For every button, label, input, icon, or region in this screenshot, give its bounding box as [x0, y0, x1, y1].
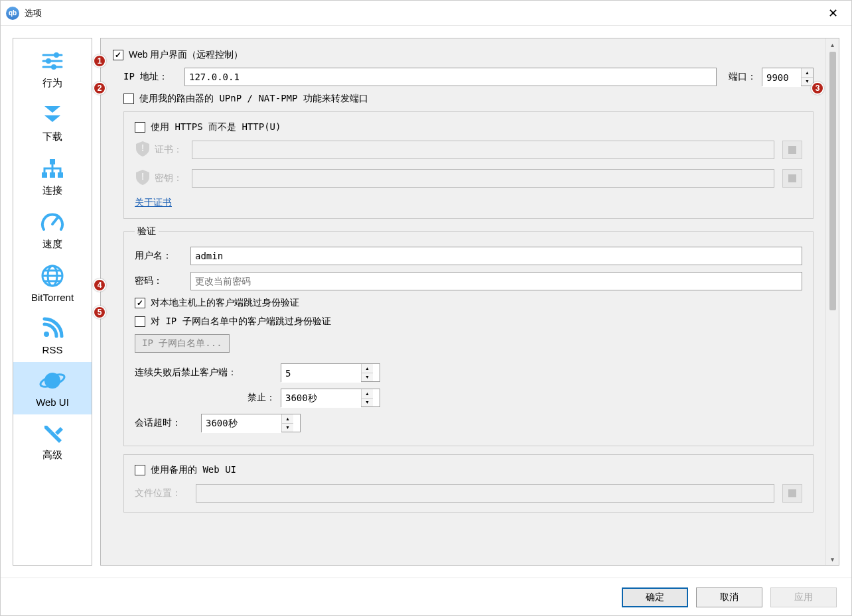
spin-down-icon[interactable]: ▼	[362, 399, 373, 407]
svg-rect-22	[788, 174, 796, 182]
sidebar-behavior[interactable]: 行为	[13, 42, 92, 96]
port-label: 端口：	[729, 71, 756, 83]
close-icon[interactable]: ✕	[820, 6, 846, 21]
sidebar-download[interactable]: 下载	[13, 96, 92, 150]
webui-enable-checkbox[interactable]	[113, 50, 123, 60]
sidebar-advanced[interactable]: 高级	[13, 414, 92, 468]
network-icon	[39, 155, 66, 182]
spin-down-icon[interactable]: ▼	[282, 424, 293, 432]
upnp-checkbox[interactable]	[123, 93, 134, 104]
subnet-whitelist-button: IP 子网白名单...	[135, 334, 230, 353]
webui-enable-label: Web 用户界面（远程控制）	[129, 49, 243, 61]
sidebar-label: 下载	[42, 131, 62, 143]
sidebar-label: 连接	[42, 184, 62, 197]
svg-point-16	[44, 332, 49, 337]
port-spinner[interactable]: ▲▼	[762, 68, 814, 86]
svg-line-10	[52, 217, 58, 224]
annotation-marker-2: 2	[93, 82, 106, 95]
svg-point-5	[51, 64, 56, 70]
titlebar: qb 选项 ✕	[1, 1, 851, 26]
download-icon	[40, 101, 64, 128]
scrollbar[interactable]: ▴ ▾	[825, 38, 839, 565]
gauge-icon	[40, 209, 65, 235]
svg-text:!: !	[141, 143, 145, 153]
about-cert-link[interactable]: 关于证书	[135, 197, 172, 208]
alt-path-input	[196, 484, 774, 503]
sidebar-webui[interactable]: Web UI	[13, 362, 92, 414]
browse-key-button	[782, 169, 802, 188]
app-icon: qb	[6, 7, 19, 20]
sidebar-label: RSS	[42, 344, 63, 355]
password-label: 密码：	[135, 275, 190, 287]
key-input	[192, 169, 774, 188]
sidebar-label: BitTorrent	[31, 292, 74, 303]
https-checkbox[interactable]	[135, 122, 145, 133]
svg-rect-7	[42, 172, 47, 178]
ban-after-spinner[interactable]: ▲▼	[281, 363, 380, 382]
username-label: 用户名：	[135, 250, 190, 262]
annotation-marker-1: 1	[93, 54, 106, 68]
sidebar-label: Web UI	[36, 397, 69, 408]
ban-after-label: 连续失败后禁止客户端：	[135, 367, 281, 379]
sliders-icon	[40, 48, 64, 74]
bypass-local-label: 对本地主机上的客户端跳过身份验证	[151, 297, 299, 309]
cancel-button[interactable]: 取消	[696, 587, 762, 607]
bypass-subnet-label: 对 IP 子网白名单中的客户端跳过身份验证	[151, 316, 331, 328]
tools-icon	[40, 420, 64, 446]
scrollbar-thumb[interactable]	[829, 52, 836, 310]
ban-for-input[interactable]	[281, 389, 361, 408]
planet-icon	[38, 367, 66, 394]
browse-alt-button	[782, 484, 802, 503]
sidebar-bittorrent[interactable]: BitTorrent	[13, 257, 92, 310]
ban-for-spinner[interactable]: ▲▼	[281, 389, 380, 407]
svg-text:!: !	[141, 171, 145, 182]
ip-label: IP 地址：	[123, 71, 184, 83]
spin-up-icon[interactable]: ▲	[362, 364, 373, 373]
spin-up-icon[interactable]: ▲	[802, 68, 813, 78]
username-input[interactable]	[190, 247, 802, 265]
footer: 确定 取消 应用	[1, 578, 851, 615]
port-input[interactable]	[762, 68, 801, 87]
browse-cert-button	[782, 141, 802, 159]
ban-after-input[interactable]	[281, 364, 361, 383]
spin-up-icon[interactable]: ▲	[282, 414, 293, 424]
bypass-subnet-checkbox[interactable]	[135, 316, 145, 327]
svg-rect-20	[788, 146, 796, 154]
cert-label: 证书：	[155, 144, 188, 156]
shield-icon: !	[135, 168, 151, 188]
session-input[interactable]	[202, 414, 281, 433]
sidebar-label: 高级	[42, 449, 62, 462]
alt-ui-label: 使用备用的 Web UI	[151, 464, 236, 476]
ban-for-label: 禁止：	[135, 392, 281, 404]
https-label: 使用 HTTPS 而不是 HTTP(U)	[151, 121, 281, 133]
scroll-down-icon[interactable]: ▾	[827, 553, 839, 565]
rss-icon	[40, 315, 64, 341]
scroll-up-icon[interactable]: ▴	[827, 38, 839, 50]
spin-up-icon[interactable]: ▲	[362, 389, 373, 399]
bypass-local-checkbox[interactable]	[135, 298, 145, 308]
shield-icon: !	[135, 140, 151, 159]
password-input[interactable]	[190, 272, 802, 290]
annotation-marker-4: 4	[93, 278, 106, 292]
window-title: 选项	[25, 7, 820, 19]
svg-rect-6	[50, 159, 55, 164]
ok-button[interactable]: 确定	[622, 587, 688, 607]
key-label: 密钥：	[155, 172, 188, 184]
svg-rect-23	[788, 489, 796, 497]
sidebar: 行为 下载 连接 速度 BitTorrent RSS	[13, 38, 92, 566]
svg-point-4	[46, 58, 51, 64]
svg-rect-9	[58, 172, 63, 178]
annotation-marker-5: 5	[93, 306, 106, 319]
spin-down-icon[interactable]: ▼	[362, 373, 373, 382]
ip-input[interactable]	[184, 68, 717, 86]
upnp-label: 使用我的路由器的 UPnP / NAT-PMP 功能来转发端口	[139, 93, 368, 105]
sidebar-rss[interactable]: RSS	[13, 310, 92, 362]
session-label: 会话超时：	[135, 417, 201, 429]
sidebar-speed[interactable]: 速度	[13, 204, 92, 257]
apply-button[interactable]: 应用	[770, 587, 837, 607]
cert-input	[192, 141, 774, 159]
session-spinner[interactable]: ▲▼	[201, 414, 301, 432]
sidebar-connection[interactable]: 连接	[13, 150, 92, 204]
alt-ui-checkbox[interactable]	[135, 465, 145, 475]
auth-legend: 验证	[135, 225, 159, 237]
